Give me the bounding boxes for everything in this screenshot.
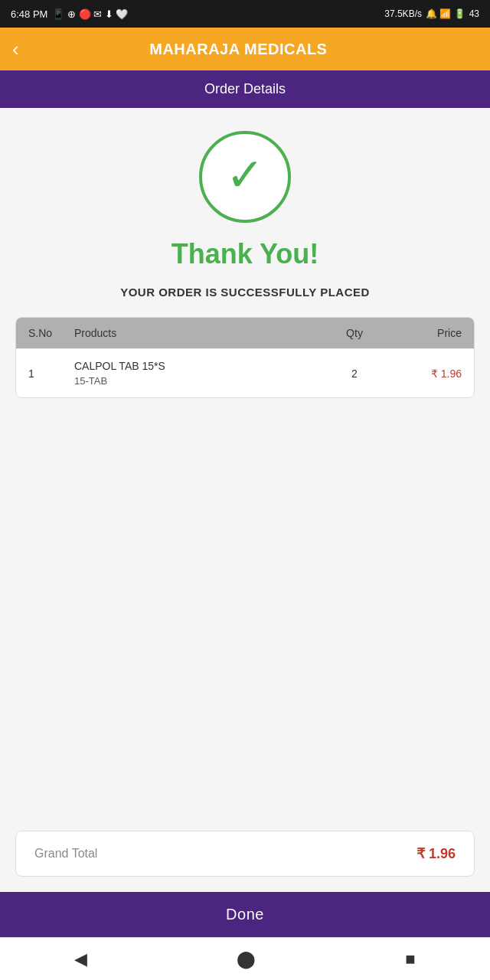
checkmark-icon: ✓: [226, 152, 264, 198]
battery-level: 43: [469, 8, 479, 19]
row-product: CALPOL TAB 15*S 15-TAB: [74, 360, 324, 387]
grand-total-value: ₹ 1.96: [416, 845, 456, 862]
row-qty: 2: [324, 368, 385, 380]
col-product-header: Products: [74, 327, 324, 339]
row-sno: 1: [28, 368, 74, 380]
order-details-label: Order Details: [204, 81, 286, 96]
product-sub: 15-TAB: [74, 375, 324, 387]
status-left: 6:48 PM 📱 ⊕ 🔴 ✉ ⬇ 🤍: [11, 8, 128, 20]
app-header: ‹ MAHARAJA MEDICALS: [0, 28, 490, 70]
status-icons: 📱 ⊕ 🔴 ✉ ⬇ 🤍: [52, 8, 128, 20]
back-button[interactable]: ‹: [12, 39, 19, 59]
status-bar: 6:48 PM 📱 ⊕ 🔴 ✉ ⬇ 🤍 37.5KB/s 🔔 📶 🔋 43: [0, 0, 490, 28]
nav-recents-button[interactable]: ■: [405, 949, 415, 969]
bottom-nav: ◀ ⬤ ■: [0, 937, 490, 980]
thank-you-text: Thank You!: [172, 238, 319, 270]
product-name: CALPOL TAB 15*S: [74, 360, 324, 372]
signal-icons: 🔔 📶 🔋: [426, 8, 466, 19]
row-price: ₹ 1.96: [385, 368, 462, 380]
table-header: S.No Products Qty Price: [16, 318, 474, 348]
done-button[interactable]: Done: [14, 906, 476, 923]
status-right: 37.5KB/s 🔔 📶 🔋 43: [384, 8, 479, 19]
order-success-message: YOUR ORDER IS SUCCESSFULLY PLACED: [120, 286, 370, 299]
done-button-container: Done: [0, 892, 490, 937]
nav-home-button[interactable]: ⬤: [237, 949, 256, 969]
nav-back-button[interactable]: ◀: [74, 949, 87, 969]
table-row: 1 CALPOL TAB 15*S 15-TAB 2 ₹ 1.96: [16, 348, 474, 397]
network-speed: 37.5KB/s: [384, 8, 422, 19]
col-qty-header: Qty: [324, 327, 385, 339]
main-content: ✓ Thank You! YOUR ORDER IS SUCCESSFULLY …: [0, 108, 490, 831]
bottom-section: Grand Total ₹ 1.96: [0, 831, 490, 892]
order-table: S.No Products Qty Price 1 CALPOL TAB 15*…: [15, 317, 475, 398]
time: 6:48 PM: [11, 8, 47, 20]
success-circle: ✓: [199, 131, 291, 223]
grand-total-label: Grand Total: [34, 847, 97, 861]
col-price-header: Price: [385, 327, 462, 339]
order-details-bar: Order Details: [0, 70, 490, 108]
col-sno-header: S.No: [28, 327, 74, 339]
grand-total-container: Grand Total ₹ 1.96: [15, 831, 475, 877]
app-title: MAHARAJA MEDICALS: [31, 41, 446, 58]
